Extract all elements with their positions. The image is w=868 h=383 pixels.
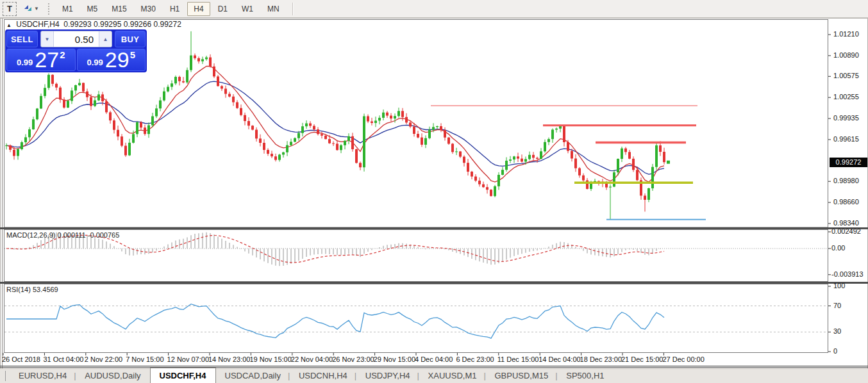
ohlc-open: 0.99293: [63, 20, 91, 29]
time-axis-label: 18 Dec 23:00: [580, 355, 622, 363]
buy-price-button[interactable]: 0.99 29 5: [77, 49, 146, 71]
toolbar: T ▼ M1M5M15M30H1H4D1W1MN: [0, 0, 868, 18]
macd-indicator-label: MACD(12,26,9) 0.000111 -0.000765: [6, 231, 119, 239]
symbol-up-icon: ▲: [6, 22, 12, 28]
chart-tab[interactable]: USDCNH,H4: [290, 369, 356, 383]
rsi-axis-label: 0: [833, 347, 837, 355]
current-price-box: 0.99272: [830, 158, 867, 167]
timeframe-button[interactable]: M5: [81, 2, 104, 16]
volume-stepper: ▼ ▲: [40, 31, 112, 47]
sell-button[interactable]: SELL: [6, 31, 38, 47]
price-axis-label: 1.00255: [833, 93, 859, 101]
price-axis-label: 0.99935: [833, 114, 859, 122]
buy-price-big: 29: [105, 50, 129, 69]
price-axis-label: 1.01210: [833, 30, 859, 38]
chart-tab[interactable]: SP500,H1: [557, 369, 613, 383]
rsi-indicator-label: RSI(14) 53.4569: [6, 286, 58, 293]
tabbar-edge: [5, 371, 7, 381]
timeframe-button[interactable]: W1: [235, 2, 260, 16]
time-axis-label: 4 Dec 04:00: [415, 355, 453, 363]
chart-tab[interactable]: USDCAD,Daily: [216, 369, 290, 383]
timeframe-button[interactable]: MN: [261, 2, 286, 16]
macd-axis-label: 0.00: [831, 244, 845, 252]
sell-price-prefix: 0.99: [17, 58, 33, 67]
volume-input[interactable]: [54, 31, 99, 47]
toolbar-grip: [48, 3, 51, 15]
ohlc-high: 0.99295: [94, 20, 121, 29]
price-axis-label: 0.98660: [833, 198, 859, 206]
sell-price-big: 27: [35, 50, 59, 69]
time-axis-label: 11 Dec 15:00: [497, 355, 539, 363]
price-axis-label: 0.98340: [833, 219, 859, 227]
macd-axis-label: -0.003913: [831, 270, 864, 278]
time-axis-label: 27 Dec 00:00: [662, 355, 704, 363]
current-price-marker: [667, 161, 670, 164]
time-axis-label: 26 Oct 2018: [2, 355, 40, 363]
rsi-axis-label: 70: [833, 302, 841, 309]
time-axis-label: 26 Nov 23:00: [332, 355, 374, 363]
chart-tab[interactable]: AUDUSD,Daily: [76, 369, 149, 383]
ohlc-close: 0.99272: [153, 20, 181, 29]
time-axis-label: 2 Nov 22:00: [85, 355, 122, 363]
symbol-name: USDCHF,H4: [16, 20, 59, 29]
time-axis-label: 29 Nov 15:00: [374, 355, 415, 363]
timeframe-group: M1M5M15M30H1H4D1W1MN: [56, 2, 286, 16]
chart-title: ▲ USDCHF,H4 0.99293 0.99295 0.99266 0.99…: [6, 20, 181, 29]
macd-axis-label: 0.002492: [831, 227, 861, 235]
chart-tab[interactable]: USDCHF,H4: [150, 368, 216, 383]
rsi-axis-label: 30: [833, 327, 841, 335]
timeframe-button[interactable]: M15: [105, 2, 133, 16]
time-axis-label: 12 Nov 07:00: [167, 355, 209, 363]
time-axis-label: 22 Nov 04:00: [291, 355, 333, 363]
price-axis-label: 0.98980: [833, 177, 859, 184]
volume-decrease-button[interactable]: ▼: [41, 31, 54, 47]
buy-price-pip: 5: [130, 49, 135, 60]
price-axis-label: 1.00890: [833, 51, 859, 59]
time-axis-label: 21 Dec 15:00: [621, 355, 663, 363]
chart-tabs: EURUSD,H4AUDUSD,DailyUSDCHF,H4USDCAD,Dai…: [10, 368, 613, 383]
buy-button[interactable]: BUY: [115, 31, 146, 47]
chart-tab[interactable]: USDJPY,H4: [356, 369, 419, 383]
text-tool-button[interactable]: T: [3, 2, 17, 16]
volume-increase-button[interactable]: ▲: [99, 31, 112, 47]
chart-tab[interactable]: EURUSD,H4: [10, 369, 76, 383]
one-click-trade-panel: SELL ▼ ▲ BUY 0.99 27 2 0.99 29 5: [5, 29, 147, 72]
time-axis-label: 6 Dec 23:00: [456, 355, 494, 363]
ohlc-low: 0.99266: [124, 20, 151, 29]
chart-tab-bar: EURUSD,H4AUDUSD,DailyUSDCHF,H4USDCAD,Dai…: [0, 368, 868, 383]
timeframe-button[interactable]: M30: [135, 2, 162, 16]
dropdown-caret-icon: ▼: [34, 6, 39, 12]
timeframe-button[interactable]: H4: [187, 2, 210, 16]
pane-separator[interactable]: [0, 227, 868, 229]
time-axis-label: 19 Nov 15:00: [249, 355, 291, 363]
time-axis-label: 14 Nov 23:00: [208, 355, 250, 363]
mt4-terminal: T ▼ M1M5M15M30H1H4D1W1MN ▲ USDCHF,H4 0.9…: [0, 0, 868, 383]
time-axis-label: 14 Dec 04:00: [538, 355, 580, 363]
timeframe-button[interactable]: M1: [56, 2, 79, 16]
rsi-axis-label: 100: [833, 282, 845, 289]
double-arrow-icon: [23, 3, 33, 15]
time-axis-label: 7 Nov 15:00: [126, 355, 163, 363]
chart-tab[interactable]: XAUUSD,M1: [419, 369, 486, 383]
objects-tool-button[interactable]: ▼: [21, 2, 42, 16]
toolbar-separator: [292, 3, 294, 15]
sell-price-button[interactable]: 0.99 27 2: [6, 49, 76, 71]
price-axis-label: 0.99615: [833, 135, 859, 143]
timeframe-button[interactable]: H1: [163, 2, 186, 16]
time-axis-label: 31 Oct 04:00: [43, 355, 83, 363]
chart-tab[interactable]: GBPUSD,M15: [485, 369, 557, 383]
timeframe-button[interactable]: D1: [212, 2, 234, 16]
chart-area: ▲ USDCHF,H4 0.99293 0.99295 0.99266 0.99…: [0, 18, 868, 368]
price-axis-label: 1.00575: [833, 72, 859, 79]
sell-price-pip: 2: [60, 49, 65, 60]
pane-separator[interactable]: [0, 282, 868, 284]
buy-price-prefix: 0.99: [87, 58, 103, 67]
